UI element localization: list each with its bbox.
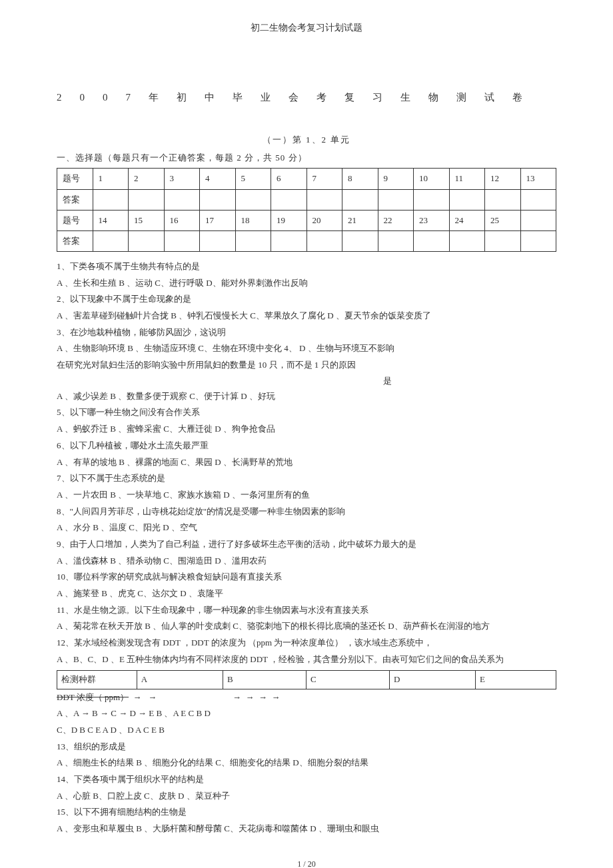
options-2: A 、害羞草碰到碰触叶片合拢 B 、钟乳石慢慢长大 C、苹果放久了腐化 D 、夏… [57,308,556,324]
options-12b: C、D B C E A D 、D A C E B [57,722,556,739]
num-cell: 23 [414,210,450,230]
num-cell: 7 [306,169,342,189]
q4-reason: 是 [383,374,556,388]
question-5: 5、以下哪一种生物之间没有合作关系 [57,404,556,421]
num-cell [520,210,556,230]
table-row: 题号 1 2 3 4 5 6 7 8 9 10 11 12 13 [57,169,556,189]
options-13: A 、细胞生长的结果 B 、细胞分化的结果 C、细胞变化的结果 D、细胞分裂的结… [57,755,556,771]
options-10: A 、施莱登 B 、虎克 C、达尔文 D 、袁隆平 [57,586,556,602]
num-cell: 24 [449,210,485,230]
num-cell: 16 [164,210,200,230]
subtitle: （一）第 1、2 单元 [57,133,556,147]
options-6: A 、有草的坡地 B 、裸露的地面 C、果园 D 、长满野草的荒地 [57,454,556,471]
ddt-label: DDT 浓度（ ppm） [57,692,129,702]
header-cell: E [476,671,556,689]
header-cell: A [137,671,223,689]
doc-title: 初二生物会考复习计划试题 [57,20,556,36]
options-3: A 、生物影响环境 B 、生物适应环境 C、生物在环境中变化 4、 D 、生物与… [57,340,556,357]
question-7: 7、以下不属于生态系统的是 [57,470,556,487]
options-7: A 、一片农田 B 、一块草地 C、家族水族箱 D 、一条河里所有的鱼 [57,487,556,504]
question-14: 14、下类各项中属于组织水平的结构是 [57,771,556,788]
table-row: 答案 [57,189,556,210]
row-label: 答案 [57,230,93,251]
question-12b: A 、B、C、D 、E 五种生物体内均有不同样浓度的 DDT ，经检验，其含量分… [57,651,556,668]
page-footer: 1 / 20 [57,857,556,868]
num-cell: 22 [378,210,414,230]
question-15: 15、以下不拥有细胞结构的生物是 [57,804,556,821]
question-11: 11、水是生物之源。以下生命现象中，哪一种现象的非生物因素与水没有直接关系 [57,602,556,619]
arrow-icon: → → → → → → [131,692,280,702]
num-cell: 4 [200,169,236,189]
num-cell: 20 [306,210,342,230]
section-header: 一、选择题（每题只有一个正确答案，每题 2 分，共 50 分） [57,151,556,165]
row-label: 题号 [57,169,93,189]
question-12a: 12、某水域经检测发现含有 DDT ，DDT 的浓度为 （ppm 为一种浓度单位… [57,635,556,651]
answer-table: 题号 1 2 3 4 5 6 7 8 9 10 11 12 13 答案 题号 1… [57,168,556,251]
num-cell: 21 [342,210,378,230]
options-9: A 、滥伐森林 B 、猎杀动物 C、围湖造田 D 、滥用农药 [57,553,556,570]
options-5: A 、蚂蚁乔迁 B 、蜜蜂采蜜 C、大雁迁徙 D 、狗争抢食品 [57,421,556,438]
question-3: 3、在沙地栽种植物，能够防风固沙，这说明 [57,324,556,341]
q12-table: 检测种群 A B C D E [57,670,556,689]
row-label: 题号 [57,210,93,230]
q12-ddt-row: DDT 浓度（ ppm） → → → → → → [57,689,556,706]
table-row: 答案 [57,230,556,251]
header-cell: C [306,671,389,689]
options-11: A 、菊花常在秋天开放 B 、仙人掌的叶变成刺 C、骆驼刺地下的根长得比底墒的茎… [57,618,556,635]
question-6: 6、以下几种植被，哪处水土流失最严重 [57,438,556,454]
options-15: A 、变形虫和草履虫 B 、大肠杆菌和酵母菌 C、天花病毒和噬菌体 D 、珊瑚虫… [57,821,556,837]
num-cell: 8 [342,169,378,189]
num-cell: 25 [485,210,521,230]
table-row: 题号 14 15 16 17 18 19 20 21 22 23 24 25 [57,210,556,230]
num-cell: 18 [235,210,271,230]
header-cell: B [223,671,306,689]
num-cell: 10 [414,169,450,189]
num-cell: 17 [200,210,236,230]
num-cell: 13 [520,169,556,189]
num-cell: 1 [93,169,129,189]
options-14: A 、心脏 B、口腔上皮 C、皮肤 D 、菜豆种子 [57,788,556,805]
header-cell: 检测种群 [57,671,137,689]
num-cell: 11 [449,169,485,189]
main-title: 2007年初中毕业会考复习生物测试卷 [57,89,556,107]
num-cell: 19 [271,210,307,230]
num-cell: 9 [378,169,414,189]
question-8: 8、"人间四月芳菲尽，山寺桃花始绽放"的情况是受哪一种非生物因素的影响 [57,504,556,520]
options-4: A 、减少误差 B 、数量多便于观察 C、便于计算 D 、好玩 [57,388,556,405]
num-cell: 14 [93,210,129,230]
table-row: 检测种群 A B C D E [57,671,556,689]
num-cell: 5 [235,169,271,189]
options-12a: A 、A → B → C → D → E B 、A E C B D [57,705,556,722]
question-4: 在研究光对鼠妇生活的影响实验中所用鼠妇的数量是 10 只，而不是 1 只的原因 [57,357,556,374]
num-cell: 2 [129,169,165,189]
options-8: A 、水分 B 、温度 C、阳光 D 、空气 [57,520,556,536]
question-2: 2、以下现象中不属于生命现象的是 [57,291,556,308]
row-label: 答案 [57,189,93,210]
question-10: 10、哪位科学家的研究成就与解决粮食短缺问题有直接关系 [57,569,556,586]
header-cell: D [389,671,475,689]
num-cell: 15 [129,210,165,230]
question-13: 13、组织的形成是 [57,739,556,755]
question-1: 1、下类各项不属于生物共有特点的是 [57,258,556,275]
num-cell: 12 [485,169,521,189]
question-9: 9、由于人口增加，人类为了自己利益，进行了好多破坏生态平衡的活动，此中破坏力最大… [57,536,556,553]
num-cell: 6 [271,169,307,189]
num-cell: 3 [164,169,200,189]
options-1: A 、生长和生殖 B 、运动 C、进行呼吸 D、能对外界刺激作出反响 [57,275,556,292]
